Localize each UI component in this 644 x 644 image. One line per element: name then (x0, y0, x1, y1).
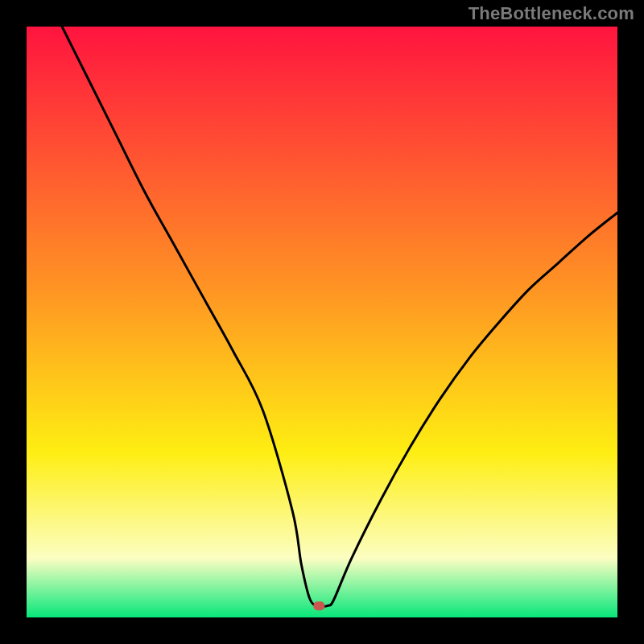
plot-background (27, 27, 617, 617)
chart-frame: { "watermark": "TheBottleneck.com", "cha… (0, 0, 644, 644)
watermark-text: TheBottleneck.com (469, 3, 634, 24)
bottleneck-chart (0, 0, 644, 644)
minimum-marker (313, 601, 324, 610)
